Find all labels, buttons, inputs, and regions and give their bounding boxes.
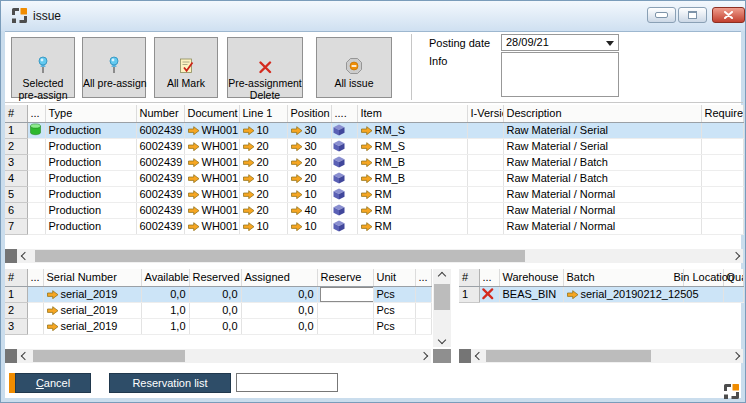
col-header-number[interactable]: Number (136, 105, 184, 122)
col-header-num[interactable]: # (5, 269, 27, 286)
reserve-qty-input[interactable] (320, 287, 374, 302)
link-arrow-icon[interactable] (361, 142, 372, 151)
col-header-dots[interactable]: ... (27, 105, 45, 122)
link-arrow-icon[interactable] (243, 206, 254, 215)
scrollbar-splitter[interactable] (5, 249, 17, 263)
col-header-available[interactable]: Available (141, 269, 189, 286)
scroll-left-button[interactable] (17, 349, 32, 363)
col-header-document[interactable]: Document (184, 105, 239, 122)
link-arrow-icon[interactable] (361, 222, 372, 231)
scroll-right-button[interactable] (416, 349, 431, 363)
link-arrow-icon[interactable] (188, 222, 199, 231)
col-header-batch[interactable]: Batch (563, 269, 683, 286)
table-row[interactable]: 2 Production 6002439 WH001 20 30 RM_S Ra… (5, 138, 743, 154)
scrollbar-thumb[interactable] (33, 350, 185, 362)
table-row[interactable]: 1 Production 6002439 WH001 10 30 RM_S Ra… (5, 122, 743, 138)
scroll-right-button[interactable] (728, 249, 743, 263)
col-header-num[interactable]: # (5, 105, 27, 122)
table-row[interactable]: 3 serial_2019 1,0 0,0 0,0 Pcs (5, 318, 431, 334)
link-arrow-icon[interactable] (291, 142, 302, 151)
table-row[interactable]: 7 Production 6002439 WH001 10 10 RM Raw … (5, 218, 743, 234)
link-arrow-icon[interactable] (291, 222, 302, 231)
footer-input[interactable] (236, 373, 338, 392)
table-row[interactable]: 2 serial_2019 1,0 0,0 0,0 Pcs (5, 302, 431, 318)
table-row[interactable]: 1 serial_2019 0,0 0,0 0,0 Pcs (5, 286, 431, 302)
main-table-hscrollbar[interactable] (5, 249, 743, 263)
col-header-position[interactable]: Position (287, 105, 331, 122)
link-arrow-icon[interactable] (361, 206, 372, 215)
col-header-type[interactable]: Type (45, 105, 136, 122)
col-header-assigned[interactable]: Assigned (241, 269, 317, 286)
col-header-description[interactable]: Description (503, 105, 701, 122)
link-arrow-icon[interactable] (47, 290, 58, 299)
warehouse-table-hscrollbar[interactable] (459, 349, 743, 363)
link-arrow-icon[interactable] (188, 142, 199, 151)
col-header-unit[interactable]: Unit (373, 269, 415, 286)
col-header-dots2[interactable]: ... (415, 269, 431, 286)
link-arrow-icon[interactable] (188, 158, 199, 167)
link-arrow-icon[interactable] (243, 174, 254, 183)
link-arrow-icon[interactable] (47, 322, 58, 331)
link-arrow-icon[interactable] (361, 174, 372, 183)
maximize-button[interactable] (678, 7, 707, 23)
all-issue-button[interactable]: All issue (316, 37, 392, 98)
scrollbar-thumb[interactable] (486, 350, 651, 362)
link-arrow-icon[interactable] (361, 126, 372, 135)
scroll-down-button[interactable] (433, 333, 451, 347)
all-pre-assign-button[interactable]: All pre-assign (82, 37, 146, 98)
col-header-requirement[interactable]: Requirement (701, 105, 743, 122)
col-header-dots2[interactable]: .... (331, 105, 357, 122)
link-arrow-icon[interactable] (47, 306, 58, 315)
delete-x-icon[interactable] (482, 288, 494, 300)
link-arrow-icon[interactable] (188, 190, 199, 199)
col-header-num[interactable]: # (459, 269, 479, 286)
link-arrow-icon[interactable] (243, 158, 254, 167)
link-arrow-icon[interactable] (188, 126, 199, 135)
link-arrow-icon[interactable] (243, 142, 254, 151)
reservation-list-button[interactable]: Reservation list (109, 373, 231, 393)
serial-table-vscrollbar[interactable] (433, 269, 451, 347)
link-arrow-icon[interactable] (188, 206, 199, 215)
scrollbar-splitter[interactable] (5, 349, 17, 363)
selected-pre-assign-button[interactable]: Selected pre-assign (11, 37, 75, 98)
col-header-reserved[interactable]: Reserved (189, 269, 241, 286)
table-row[interactable]: 3 Production 6002439 WH001 20 20 RM_B Ra… (5, 154, 743, 170)
link-arrow-icon[interactable] (291, 206, 302, 215)
col-header-line1[interactable]: Line 1 (239, 105, 287, 122)
scrollbar-splitter[interactable] (459, 349, 471, 363)
close-button[interactable] (712, 7, 745, 23)
col-header-dots[interactable]: ... (479, 269, 499, 286)
link-arrow-icon[interactable] (567, 290, 578, 299)
link-arrow-icon[interactable] (291, 190, 302, 199)
scroll-up-button[interactable] (433, 269, 451, 283)
cancel-button[interactable]: Cancel (15, 373, 91, 393)
col-header-reserve[interactable]: Reserve (317, 269, 373, 286)
link-arrow-icon[interactable] (291, 126, 302, 135)
table-row[interactable]: 1 BEAS_BIN serial_20190212_12505 (459, 286, 743, 302)
col-header-iversion[interactable]: I-Version (467, 105, 503, 122)
scroll-right-button[interactable] (728, 349, 743, 363)
link-arrow-icon[interactable] (243, 190, 254, 199)
scroll-left-button[interactable] (17, 249, 32, 263)
col-header-warehouse[interactable]: Warehouse (499, 269, 563, 286)
col-header-dots[interactable]: ... (27, 269, 43, 286)
link-arrow-icon[interactable] (291, 158, 302, 167)
scroll-left-button[interactable] (471, 349, 486, 363)
posting-date-select[interactable]: 28/09/21 (501, 34, 619, 51)
col-header-serial-number[interactable]: Serial Number (43, 269, 141, 286)
serial-table-hscrollbar[interactable] (5, 349, 431, 363)
link-arrow-icon[interactable] (188, 174, 199, 183)
all-mark-button[interactable]: All Mark (154, 37, 218, 98)
info-field[interactable] (501, 52, 619, 97)
scrollbar-thumb[interactable] (434, 284, 450, 310)
pre-assignment-delete-button[interactable]: Pre-assignment Delete (227, 37, 303, 98)
table-row[interactable]: 6 Production 6002439 WH001 20 40 RM Raw … (5, 202, 743, 218)
col-header-item[interactable]: Item (357, 105, 467, 122)
table-row[interactable]: 5 Production 6002439 WH001 20 10 RM Raw … (5, 186, 743, 202)
minimize-button[interactable] (647, 7, 676, 23)
link-arrow-icon[interactable] (291, 174, 302, 183)
scrollbar-thumb[interactable] (35, 250, 525, 262)
link-arrow-icon[interactable] (361, 190, 372, 199)
table-row[interactable]: 4 Production 6002439 WH001 10 20 RM_B Ra… (5, 170, 743, 186)
link-arrow-icon[interactable] (243, 126, 254, 135)
